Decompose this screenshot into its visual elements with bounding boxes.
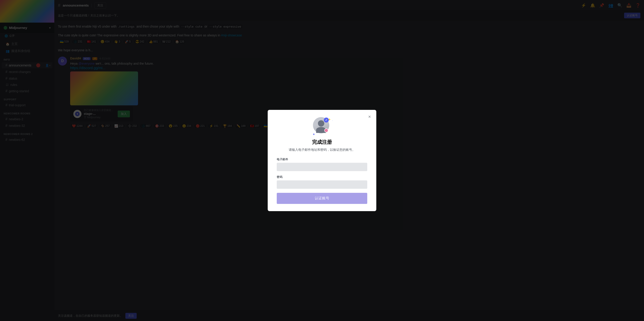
password-field-group: 密码 <box>277 175 367 193</box>
modal-close-button[interactable]: × <box>366 113 373 120</box>
checkmark-badge: ✓ <box>324 118 329 122</box>
modal-title: 完成注册 <box>277 139 367 146</box>
email-label: 电子邮件 <box>277 158 367 161</box>
modal-submit-button[interactable]: 认证账号 <box>277 193 367 204</box>
sparkle-blue-icon: ✦ <box>312 132 315 136</box>
modal-icon-area: ✦ ✦ · ✓ <box>313 117 331 135</box>
email-field-group: 电子邮件 <box>277 158 367 175</box>
modal-overlay[interactable]: × ✦ ✦ · ✓ 完成注册 请输入电子邮件地址和密码，以验证您的账号。 电子邮… <box>0 0 644 321</box>
password-input[interactable] <box>277 180 367 189</box>
password-label: 密码 <box>277 175 367 179</box>
registration-modal: × ✦ ✦ · ✓ 完成注册 请输入电子邮件地址和密码，以验证您的账号。 电子邮… <box>268 110 376 211</box>
sparkle-small-icon: · <box>332 119 333 122</box>
modal-avatar-circle: ✓ <box>313 117 329 133</box>
email-input[interactable] <box>277 163 367 171</box>
person-head-shape <box>318 120 324 127</box>
modal-subtitle: 请输入电子邮件地址和密码，以验证您的账号。 <box>277 147 367 152</box>
avatar-pink-dot <box>324 128 328 132</box>
